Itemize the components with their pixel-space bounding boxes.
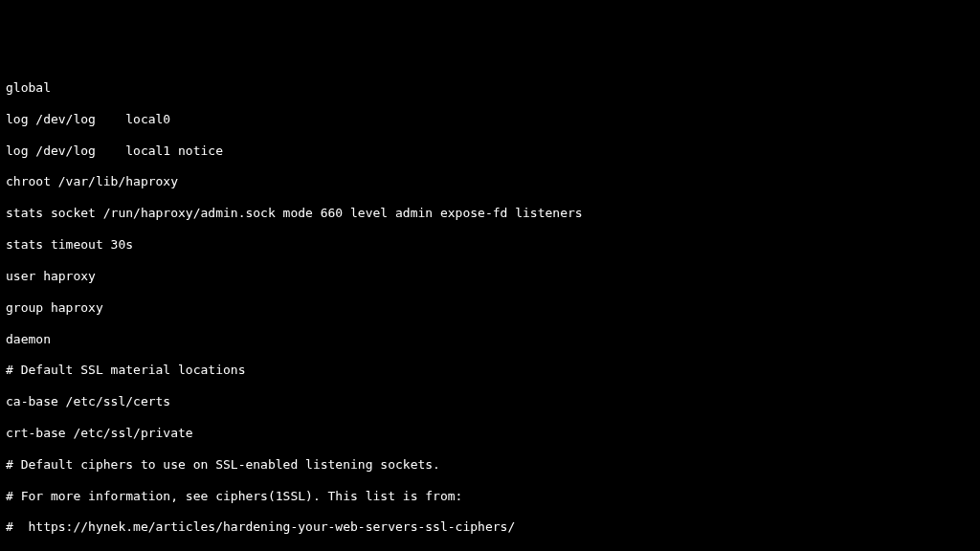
- config-line: # For more information, see ciphers(1SSL…: [6, 489, 974, 504]
- config-line: chroot /var/lib/haproxy: [6, 174, 974, 189]
- config-line: group haproxy: [6, 300, 974, 316]
- config-line: stats timeout 30s: [6, 237, 974, 253]
- terminal-output: global log /dev/log local0 log /dev/log …: [6, 65, 974, 551]
- config-line: # https://hynek.me/articles/hardening-yo…: [6, 519, 974, 535]
- config-line: global: [6, 80, 974, 96]
- config-line: ca-base /etc/ssl/certs: [6, 394, 974, 409]
- config-line: # Default SSL material locations: [6, 363, 974, 378]
- config-line: crt-base /etc/ssl/private: [6, 426, 974, 441]
- config-line: log /dev/log local1 notice: [6, 143, 974, 159]
- config-line: log /dev/log local0: [6, 112, 974, 127]
- config-line: # Default ciphers to use on SSL-enabled …: [6, 457, 974, 473]
- config-line: daemon: [6, 332, 974, 347]
- config-line: stats socket /run/haproxy/admin.sock mod…: [6, 206, 974, 221]
- config-line: user haproxy: [6, 269, 974, 284]
